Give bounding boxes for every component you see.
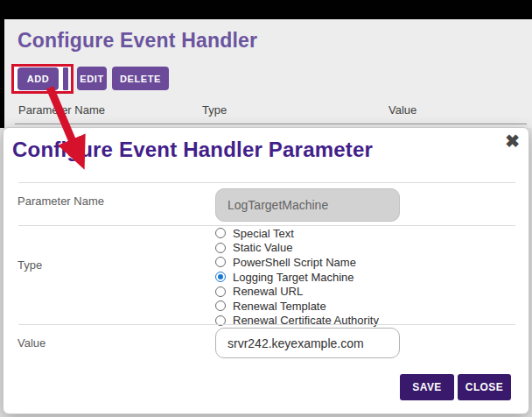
divider [18, 182, 515, 183]
radio-icon [215, 257, 226, 267]
configure-event-handler-parameter-modal: Configure Event Handler Parameter ✖ Para… [3, 127, 529, 414]
column-header-parameter-name: Parameter Name [18, 103, 105, 117]
type-label: Type [18, 258, 42, 272]
radio-option-logging-target-machine[interactable]: Logging Target Machine [215, 270, 379, 285]
radio-icon [215, 300, 226, 311]
radio-option-renewal-url[interactable]: Renewal URL [215, 284, 379, 299]
close-icon[interactable]: ✖ [505, 131, 520, 152]
type-radio-group: Special Text Static Value PowerShell Scr… [215, 226, 379, 328]
add-button[interactable]: ADD [18, 67, 59, 90]
parameter-name-label: Parameter Name [18, 194, 104, 208]
close-button[interactable]: CLOSE [458, 374, 511, 400]
edit-button[interactable]: EDIT [77, 67, 107, 90]
radio-option-renewal-template[interactable]: Renewal Template [215, 299, 379, 314]
page-title: Configure Event Handler [18, 29, 257, 53]
add-button-highlight-box: ADD [11, 64, 74, 94]
modal-title: Configure Event Handler Parameter [12, 138, 373, 162]
radio-icon [215, 228, 226, 238]
column-header-value: Value [388, 103, 416, 117]
divider [18, 324, 515, 325]
parameter-name-input[interactable] [215, 188, 400, 222]
radio-option-renewal-certificate-authority[interactable]: Renewal Certificate Authority [215, 314, 379, 329]
value-label: Value [18, 336, 46, 350]
configure-event-handler-dialog: Configure Event Handler ADD EDIT DELETE … [4, 19, 532, 128]
value-input[interactable] [215, 328, 400, 358]
table-header-underline [15, 124, 527, 124]
radio-icon [215, 286, 226, 297]
save-button[interactable]: SAVE [400, 374, 454, 400]
radio-option-powershell-script-name[interactable]: PowerShell Script Name [215, 255, 379, 270]
column-header-type: Type [202, 103, 227, 117]
screen: Configure Event Handler ADD EDIT DELETE … [0, 0, 532, 417]
radio-option-static-value[interactable]: Static Value [215, 241, 379, 256]
highlight-box-sliver [63, 67, 68, 90]
radio-selected-icon [215, 272, 226, 282]
delete-button[interactable]: DELETE [112, 67, 169, 90]
top-black-bar [0, 0, 532, 19]
radio-option-special-text[interactable]: Special Text [215, 226, 379, 241]
radio-icon [215, 243, 226, 253]
